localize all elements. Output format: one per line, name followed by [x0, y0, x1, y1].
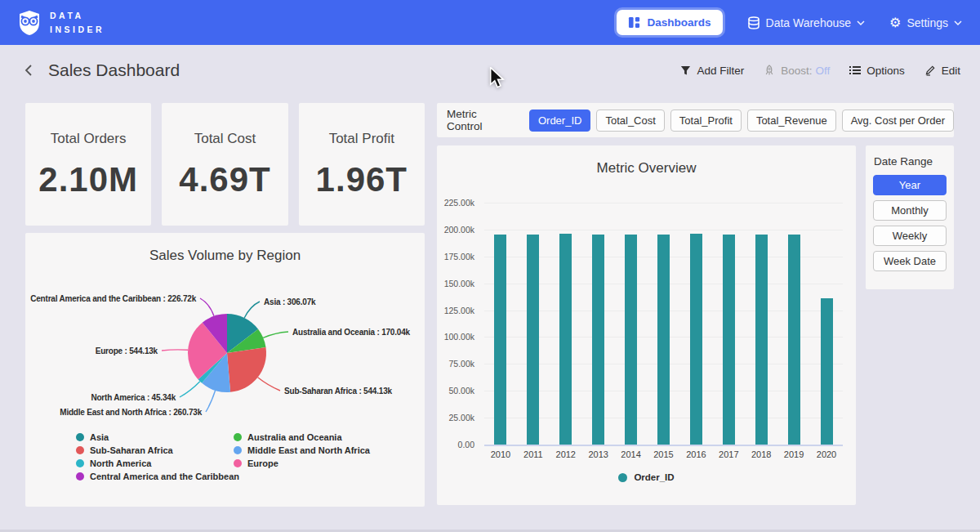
bar-slot	[712, 235, 745, 445]
date-button-year[interactable]: Year	[873, 175, 947, 195]
nav-dashboards-label: Dashboards	[647, 16, 710, 29]
bar-2015[interactable]	[657, 235, 670, 445]
bar-2013[interactable]	[592, 235, 604, 445]
pie-leader-line	[162, 350, 188, 351]
x-axis-label: 2012	[550, 449, 582, 464]
bar-slot	[810, 298, 843, 445]
legend-dot	[618, 473, 627, 482]
y-axis-tick: 0.00	[458, 440, 474, 449]
date-range-label: Date Range	[873, 155, 947, 168]
kpi-card-total-orders: Total Orders 2.10M	[25, 103, 151, 226]
bar-2018[interactable]	[755, 235, 768, 445]
pie-legend-label-europe[interactable]: Europe	[247, 458, 278, 468]
pie-legend-dot	[76, 459, 84, 467]
owl-logo-icon	[18, 10, 41, 36]
bar-2010[interactable]	[494, 235, 506, 445]
options-button[interactable]: Options	[849, 65, 905, 77]
kpi-label: Total Cost	[162, 131, 287, 147]
pie-slice-label: North America : 45.34k	[91, 393, 176, 402]
bar-chart-panel: Metric Overview 225.00k200.00k175.00k150…	[437, 145, 856, 505]
pie-slice-label: Central America and the Caribbean : 226.…	[30, 294, 196, 303]
pie-legend-label-australia-and-oceania[interactable]: Australia and Oceania	[247, 432, 342, 442]
pie-legend-dot	[234, 446, 242, 454]
x-axis-label: 2020	[810, 449, 843, 464]
bar-legend[interactable]: Order_ID	[437, 472, 856, 482]
date-button-week-date[interactable]: Week Date	[873, 251, 947, 271]
metric-button-avg-cost-per-order[interactable]: Avg. Cost per Order	[842, 110, 954, 132]
bar-2011[interactable]	[527, 235, 539, 445]
kpi-label: Total Profit	[299, 131, 425, 147]
x-axis-baseline	[484, 445, 843, 446]
metric-button-total-revenue[interactable]: Total_Revenue	[747, 110, 836, 132]
add-filter-button[interactable]: Add Filter	[680, 65, 744, 77]
nav-settings-label: Settings	[906, 16, 948, 29]
pie-slice-label: Sub-Saharan Africa : 544.13k	[284, 387, 393, 396]
nav-data-warehouse[interactable]: Data Warehouse	[747, 16, 866, 29]
pie-legend-label-sub-saharan-africa[interactable]: Sub-Saharan Africa	[90, 445, 174, 455]
rocket-icon	[764, 65, 775, 76]
legend-label: Order_ID	[634, 472, 674, 482]
pie-slice-label: Middle East and North Africa : 260.73k	[60, 408, 202, 417]
boost-value: Off	[815, 65, 830, 77]
kpi-value: 4.69T	[162, 160, 287, 199]
pie-leader-line	[206, 391, 216, 412]
page-header: Sales Dashboard Add Filter Boost: Off Op…	[0, 45, 980, 96]
nav-settings[interactable]: ⚙ Settings	[889, 16, 962, 29]
pie-leader-line	[258, 378, 280, 391]
bar-2020[interactable]	[821, 298, 833, 445]
y-axis-tick: 75.00k	[448, 359, 474, 369]
pie-legend-dot	[76, 446, 84, 454]
edit-label: Edit	[942, 65, 960, 77]
bar-series	[484, 196, 843, 445]
metric-button-total-profit[interactable]: Total_Profit	[670, 110, 742, 132]
pie-slice-label: Asia : 306.07k	[264, 297, 316, 306]
bar-slot	[745, 235, 777, 445]
brand-wordmark: DATA INSIDER	[50, 9, 105, 36]
pie-slice-sub-saharan-africa[interactable]	[227, 347, 266, 392]
bar-2012[interactable]	[559, 234, 572, 445]
x-axis-label: 2018	[745, 449, 777, 464]
pie-leader-line	[200, 298, 214, 316]
pie-legend-label-north-america[interactable]: North America	[90, 458, 152, 468]
bar-slot	[615, 235, 648, 445]
y-axis-tick: 50.00k	[448, 386, 474, 396]
bar-2019[interactable]	[788, 235, 800, 445]
pie-legend-dot	[234, 459, 242, 467]
edit-button[interactable]: Edit	[924, 65, 960, 77]
boost-toggle[interactable]: Boost: Off	[764, 65, 830, 77]
pie-leader-line	[180, 382, 200, 397]
pie-legend-label-asia[interactable]: Asia	[90, 432, 109, 442]
pie-chart-title: Sales Volume by Region	[25, 233, 425, 264]
metric-control-label: Metric Control	[447, 108, 515, 132]
gear-icon: ⚙	[889, 16, 901, 29]
bar-2017[interactable]	[723, 235, 735, 445]
brand-logo[interactable]: DATA INSIDER	[18, 9, 105, 36]
x-axis-label: 2010	[484, 449, 517, 464]
pie-legend-label-central-america-and-the-caribbean[interactable]: Central America and the Caribbean	[90, 472, 239, 481]
pie-legend-dot	[76, 433, 84, 441]
page-title: Sales Dashboard	[48, 60, 680, 80]
x-axis-label: 2015	[648, 449, 680, 464]
metric-button-order-id[interactable]: Order_ID	[529, 110, 590, 132]
metric-button-total-cost[interactable]: Total_Cost	[596, 110, 664, 132]
date-button-monthly[interactable]: Monthly	[873, 200, 947, 221]
kpi-card-total-profit: Total Profit 1.96T	[299, 103, 425, 226]
bar-2016[interactable]	[690, 234, 702, 445]
pie-legend-label-middle-east-and-north-africa[interactable]: Middle East and North Africa	[247, 445, 371, 455]
edit-pencil-icon	[924, 65, 936, 76]
pie-legend-dot	[234, 433, 242, 441]
x-axis-label: 2013	[582, 449, 615, 464]
options-label: Options	[866, 65, 905, 77]
bar-slot	[484, 235, 517, 445]
x-axis-label: 2014	[615, 449, 648, 464]
y-axis-tick: 25.00k	[448, 413, 474, 422]
bar-2014[interactable]	[625, 235, 637, 445]
chevron-down-icon	[954, 20, 962, 25]
bar-x-axis: 2010201120122013201420152016201720182019…	[484, 449, 843, 464]
nav-dashboards-button[interactable]: Dashboards	[617, 10, 722, 35]
top-navigation-bar: DATA INSIDER Dashboards Data Warehouse	[0, 0, 980, 45]
boost-label: Boost:	[781, 65, 812, 77]
date-button-weekly[interactable]: Weekly	[873, 226, 947, 246]
pie-chart[interactable]: Asia : 306.07kAustralia and Oceania : 17…	[25, 270, 425, 507]
back-button[interactable]	[20, 60, 38, 80]
